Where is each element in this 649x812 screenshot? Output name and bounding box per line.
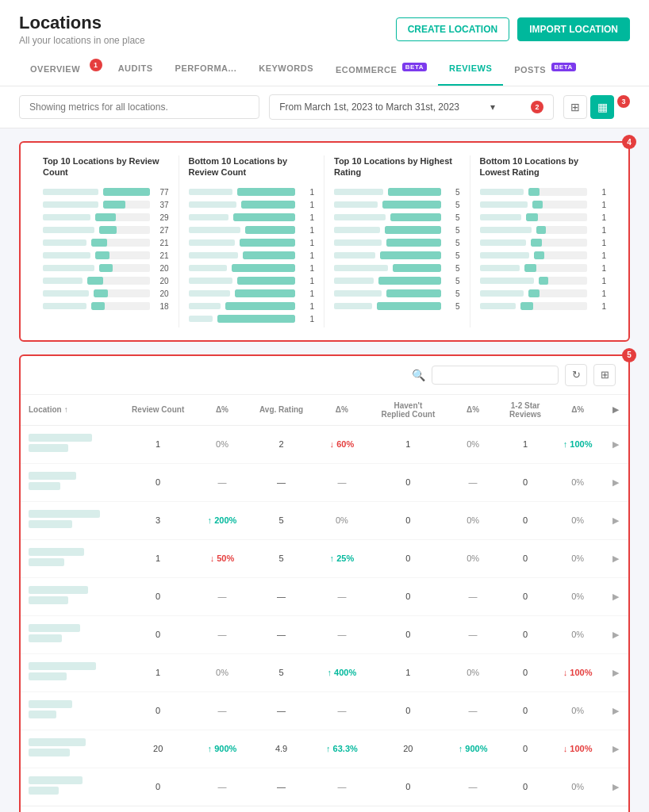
- col-delta-rc: Δ%: [197, 395, 248, 426]
- col-location[interactable]: Location ↑: [21, 395, 119, 426]
- chart1-row-6: 21: [43, 251, 169, 260]
- cell-delta-ls: 0%: [552, 615, 603, 653]
- cell-location: [21, 653, 119, 691]
- tab-performance[interactable]: PERFORMA...: [164, 56, 248, 86]
- table-row: 3 ↑ 200% 5 0% 0 0% 0 0% ▶: [21, 501, 628, 539]
- cell-no-reply: 0: [369, 501, 447, 539]
- cell-no-reply: 0: [369, 691, 447, 730]
- col-delta-ar: Δ%: [315, 395, 369, 426]
- cell-review-count: 0: [119, 615, 196, 653]
- cell-delta-nr: —: [447, 577, 498, 615]
- chart1-row-5: 21: [43, 239, 169, 247]
- table-view-button[interactable]: ▦: [590, 95, 614, 119]
- metrics-filter-input[interactable]: [19, 95, 259, 119]
- chart2-row-1: 1: [189, 188, 315, 197]
- chart3-row-8: 5: [334, 277, 460, 285]
- table-search-input[interactable]: [432, 366, 559, 385]
- date-range-selector[interactable]: From March 1st, 2023 to March 31st, 2023…: [269, 94, 554, 120]
- cell-avg-rating: —: [248, 768, 315, 806]
- chart3-row-6: 5: [334, 251, 460, 260]
- ecommerce-beta-badge: BETA: [402, 63, 427, 71]
- table-row: 0 — — — 0 — 0 0% ▶: [21, 463, 628, 501]
- table-row: 20 ↑ 900% 4.9 ↑ 63.3% 20 ↑ 900% 0 ↓ 100%…: [21, 730, 628, 768]
- cell-no-reply: 20: [369, 730, 447, 768]
- import-location-button[interactable]: IMPORT LOCATION: [517, 17, 630, 41]
- col-delta-nr: Δ%: [447, 395, 498, 426]
- chart2-row-7: 1: [189, 264, 315, 273]
- chart1-row-7: 20: [43, 264, 169, 273]
- cell-location: [21, 691, 119, 730]
- charts-section: Top 10 Locations by Review Count 77 37 2…: [19, 141, 630, 342]
- cell-no-reply: 1: [369, 425, 447, 463]
- cell-more[interactable]: ▶: [603, 615, 628, 653]
- chart-top-highest-rating: Top 10 Locations by Highest Rating 5 5 5: [324, 155, 470, 327]
- date-chevron-icon: ▾: [490, 102, 495, 113]
- chart4-row-6: 1: [480, 251, 607, 260]
- table-wrapper: 5 🔍 ↻ ⊞ Location ↑ Review Count Δ% Avg. …: [19, 354, 630, 812]
- cell-more[interactable]: ▶: [603, 768, 628, 806]
- tab-keywords[interactable]: KEYWORDS: [248, 56, 324, 86]
- chart4-row-10: 1: [480, 302, 607, 311]
- cell-delta-ls: 0%: [552, 463, 603, 501]
- cell-low-star: 0: [498, 501, 552, 539]
- cell-avg-rating: —: [248, 463, 315, 501]
- chart2-row-8: 1: [189, 277, 315, 285]
- table-columns-button[interactable]: ⊞: [593, 364, 616, 386]
- cell-delta-rc: 0%: [197, 653, 248, 691]
- cell-more[interactable]: ▶: [603, 730, 628, 768]
- cell-location: [21, 501, 119, 539]
- chart2-row-10: 1: [189, 302, 315, 311]
- cell-delta-nr: —: [447, 768, 498, 806]
- chart4-row-7: 1: [480, 264, 607, 273]
- table-footer: Rows per page: 10 25 50 1-10 of 212 ‹ ›: [21, 806, 628, 812]
- chart3-row-1: 5: [334, 188, 460, 197]
- cell-more[interactable]: ▶: [603, 463, 628, 501]
- cell-avg-rating: —: [248, 691, 315, 730]
- tab-ecommerce[interactable]: ECOMMERCE BETA: [324, 56, 438, 86]
- cell-more[interactable]: ▶: [603, 539, 628, 577]
- chart1-row-3: 29: [43, 213, 169, 222]
- cell-delta-rc: —: [197, 615, 248, 653]
- cell-delta-nr: —: [447, 691, 498, 730]
- tab-reviews[interactable]: REVIEWS: [438, 56, 503, 86]
- annotation-5: 5: [622, 348, 636, 362]
- cell-more[interactable]: ▶: [603, 653, 628, 691]
- chart1-row-10: 18: [43, 302, 169, 311]
- create-location-button[interactable]: CREATE LOCATION: [396, 17, 510, 41]
- cell-delta-nr: 0%: [447, 653, 498, 691]
- col-delta-ls: Δ%: [552, 395, 603, 426]
- tab-overview[interactable]: OVERVIEW 1: [19, 56, 107, 86]
- cell-delta-rc: —: [197, 463, 248, 501]
- locations-table: Location ↑ Review Count Δ% Avg. Rating Δ…: [21, 395, 628, 806]
- cell-low-star: 0: [498, 653, 552, 691]
- cell-delta-nr: ↑ 900%: [447, 730, 498, 768]
- tab-audits[interactable]: AUDITS: [107, 56, 164, 86]
- tab-posts[interactable]: POSTS BETA: [503, 56, 587, 86]
- col-review-count: Review Count: [119, 395, 196, 426]
- cell-delta-ar: —: [315, 463, 369, 501]
- cell-no-reply: 1: [369, 653, 447, 691]
- cell-delta-ls: 0%: [552, 577, 603, 615]
- chart1-row-1: 77: [43, 188, 169, 197]
- table-refresh-button[interactable]: ↻: [565, 364, 587, 386]
- cell-delta-ls: ↑ 100%: [552, 425, 603, 463]
- cell-more[interactable]: ▶: [603, 501, 628, 539]
- header-buttons: CREATE LOCATION IMPORT LOCATION: [396, 17, 630, 41]
- cell-more[interactable]: ▶: [603, 425, 628, 463]
- grid-view-button[interactable]: ⊞: [563, 95, 587, 119]
- cell-no-reply: 0: [369, 463, 447, 501]
- cell-more[interactable]: ▶: [603, 577, 628, 615]
- table-toolbar: 🔍 ↻ ⊞: [21, 356, 628, 395]
- cell-more[interactable]: ▶: [603, 691, 628, 730]
- cell-review-count: 0: [119, 463, 196, 501]
- cell-avg-rating: 4.9: [248, 730, 315, 768]
- cell-delta-nr: —: [447, 463, 498, 501]
- cell-delta-ar: —: [315, 768, 369, 806]
- cell-delta-ls: 0%: [552, 539, 603, 577]
- chart1-row-9: 20: [43, 289, 169, 298]
- cell-location: [21, 615, 119, 653]
- chart1-row-4: 27: [43, 226, 169, 235]
- cell-delta-ls: 0%: [552, 501, 603, 539]
- col-low-star: 1-2 StarReviews: [498, 395, 552, 426]
- cell-location: [21, 577, 119, 615]
